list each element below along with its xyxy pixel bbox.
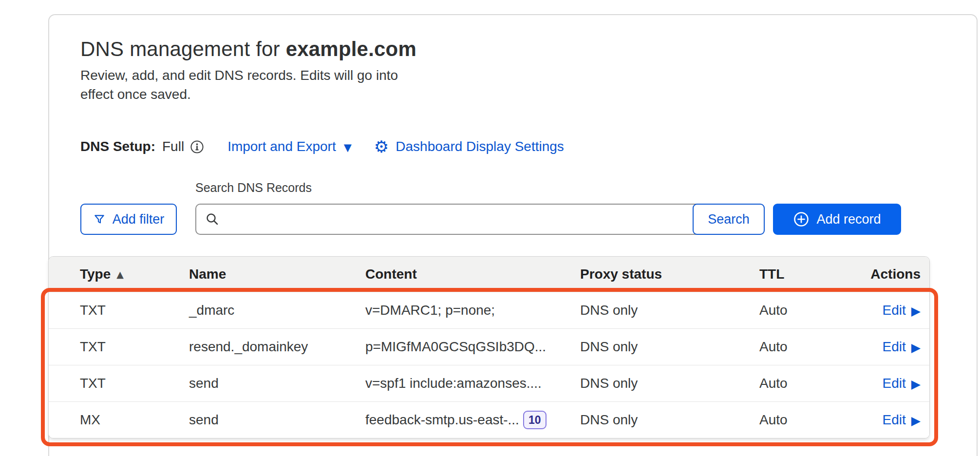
- table-row: MX send feedback-smtp.us-east-... 10 DNS…: [49, 401, 929, 438]
- table-row: TXT resend._domainkey p=MIGfMA0GCSqGSIb3…: [49, 328, 929, 365]
- cell-ttl: Auto: [759, 303, 857, 318]
- cell-content: v=spf1 include:amazonses....: [365, 376, 542, 391]
- domain-name: example.com: [286, 38, 416, 60]
- column-header-content: Content: [365, 266, 580, 282]
- cell-proxy-status: DNS only: [580, 376, 759, 391]
- sort-ascending-icon: ▲: [116, 269, 124, 280]
- search-button-label: Search: [708, 212, 750, 227]
- table-header-row: Type▲ Name Content Proxy status TTL Acti…: [49, 257, 929, 292]
- cell-ttl: Auto: [759, 376, 857, 391]
- cell-proxy-status: DNS only: [580, 412, 759, 428]
- table-row: TXT send v=spf1 include:amazonses.... DN…: [49, 365, 929, 401]
- search-input-wrap: [195, 204, 729, 235]
- search-records-label: Search DNS Records: [195, 181, 312, 195]
- import-export-link[interactable]: Import and Export ▼: [227, 139, 352, 154]
- cell-content: v=DMARC1; p=none;: [365, 303, 495, 318]
- edit-link[interactable]: Edit▶: [883, 376, 921, 391]
- chevron-down-icon: ▼: [344, 143, 352, 153]
- cell-type: TXT: [80, 376, 189, 391]
- cell-type: TXT: [80, 303, 189, 318]
- search-button[interactable]: Search: [693, 204, 765, 235]
- cell-type: TXT: [80, 339, 189, 355]
- caret-right-icon: ▶: [911, 378, 921, 390]
- cell-name: _dmarc: [189, 303, 365, 318]
- cell-ttl: Auto: [759, 412, 857, 428]
- cell-name: send: [189, 412, 365, 428]
- dns-management-card: DNS management for example.com Review, a…: [48, 14, 978, 456]
- edit-link[interactable]: Edit▶: [883, 303, 921, 318]
- page-title: DNS management for example.com: [80, 38, 416, 61]
- cell-name: send: [189, 376, 365, 391]
- table-row: TXT _dmarc v=DMARC1; p=none; DNS only Au…: [49, 292, 929, 328]
- page-subtitle: Review, add, and edit DNS records. Edits…: [80, 66, 408, 104]
- column-header-proxy-status: Proxy status: [580, 266, 759, 282]
- edit-link[interactable]: Edit▶: [883, 412, 921, 428]
- dns-setup-row: DNS Setup: Full Import and Export ▼ ⚙ Da…: [80, 136, 564, 157]
- add-filter-label: Add filter: [113, 212, 165, 227]
- column-header-ttl: TTL: [759, 266, 857, 282]
- cell-proxy-status: DNS only: [580, 339, 759, 355]
- caret-right-icon: ▶: [911, 342, 921, 354]
- cell-content: feedback-smtp.us-east-...: [365, 412, 519, 428]
- gear-icon: ⚙: [374, 138, 389, 155]
- cell-name: resend._domainkey: [189, 339, 365, 355]
- caret-right-icon: ▶: [911, 415, 921, 427]
- priority-badge: 10: [523, 411, 547, 429]
- cell-ttl: Auto: [759, 339, 857, 355]
- info-icon[interactable]: [190, 140, 204, 154]
- page-title-prefix: DNS management for: [80, 38, 280, 60]
- edit-link[interactable]: Edit▶: [883, 339, 921, 355]
- dns-records-table: Type▲ Name Content Proxy status TTL Acti…: [48, 256, 930, 438]
- cell-type: MX: [80, 412, 189, 428]
- dashboard-display-settings-link[interactable]: ⚙ Dashboard Display Settings: [374, 138, 564, 155]
- add-record-button[interactable]: Add record: [773, 204, 901, 235]
- plus-icon: [793, 211, 810, 228]
- cell-content: p=MIGfMA0GCSqGSIb3DQ...: [365, 339, 546, 355]
- filter-icon: [93, 213, 106, 226]
- cell-proxy-status: DNS only: [580, 303, 759, 318]
- column-header-name: Name: [189, 266, 365, 282]
- caret-right-icon: ▶: [911, 305, 921, 317]
- import-export-label: Import and Export: [227, 139, 336, 154]
- search-input[interactable]: [195, 204, 729, 235]
- dns-setup-value: Full: [162, 139, 184, 154]
- add-filter-button[interactable]: Add filter: [80, 204, 177, 235]
- column-header-actions: Actions: [870, 266, 921, 282]
- dashboard-display-settings-label: Dashboard Display Settings: [396, 139, 564, 154]
- column-header-type[interactable]: Type▲: [80, 266, 189, 282]
- add-record-label: Add record: [816, 212, 881, 227]
- dns-setup-label: DNS Setup:: [80, 139, 155, 154]
